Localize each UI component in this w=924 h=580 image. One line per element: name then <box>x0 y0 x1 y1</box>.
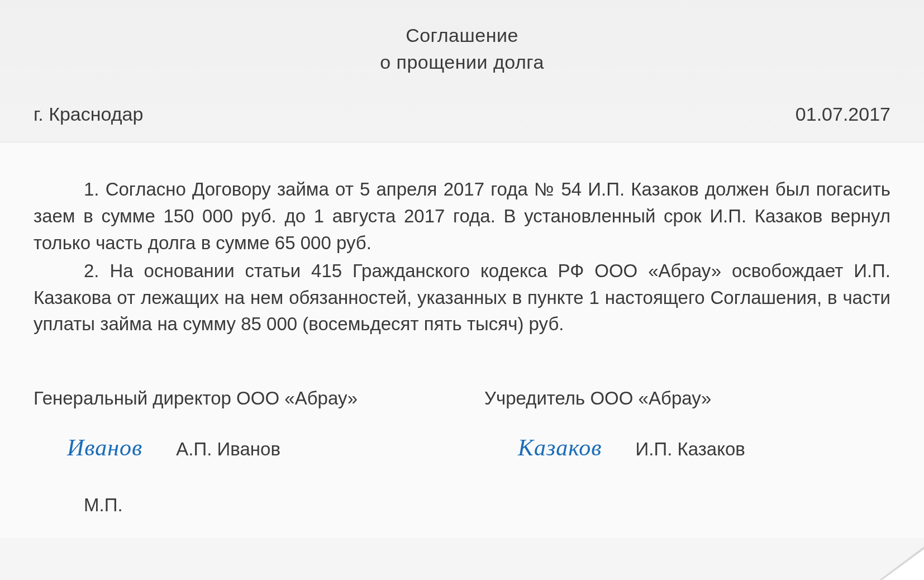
meta-row: г. Краснодар 01.07.2017 <box>34 103 890 125</box>
signatory-title-right: Учредитель ООО «Абрау» <box>484 388 890 409</box>
paragraph-2-text: 2. На основании статьи 415 Гражданского … <box>34 260 890 335</box>
document-title: Соглашение о прощении долга <box>34 22 890 75</box>
title-line-1: Соглашение <box>34 22 890 49</box>
signatory-name-right: И.П. Казаков <box>636 439 745 460</box>
date-label: 01.07.2017 <box>796 103 890 125</box>
stamp-placeholder: М.П. <box>34 495 440 516</box>
signatory-title-left: Генеральный директор ООО «Абрау» <box>34 388 440 409</box>
signature-block-left: Генеральный директор ООО «Абрау» Иванов … <box>34 388 440 516</box>
header-section: Соглашение о прощении долга г. Краснодар… <box>0 0 924 142</box>
signature-handwriting-right: Казаков <box>484 434 602 461</box>
paragraph-1-text: 1. Согласно Договору займа от 5 апреля 2… <box>34 179 890 253</box>
title-line-2: о прощении долга <box>34 49 890 76</box>
city-label: г. Краснодар <box>34 103 143 125</box>
paragraph-1: 1. Согласно Договору займа от 5 апреля 2… <box>34 176 890 256</box>
document-page: Соглашение о прощении долга г. Краснодар… <box>0 0 924 580</box>
paragraph-2: 2. На основании статьи 415 Гражданского … <box>34 258 890 338</box>
body-section: 1. Согласно Договору займа от 5 апреля 2… <box>0 142 924 538</box>
signatory-name-left: А.П. Иванов <box>176 439 280 460</box>
signature-handwriting-left: Иванов <box>34 434 142 461</box>
page-curl-decoration <box>879 546 924 580</box>
signature-block-right: Учредитель ООО «Абрау» Казаков И.П. Каза… <box>484 388 890 516</box>
signatures-row: Генеральный директор ООО «Абрау» Иванов … <box>34 388 890 516</box>
signature-line-left: Иванов А.П. Иванов <box>34 434 440 461</box>
signature-line-right: Казаков И.П. Казаков <box>484 434 890 461</box>
